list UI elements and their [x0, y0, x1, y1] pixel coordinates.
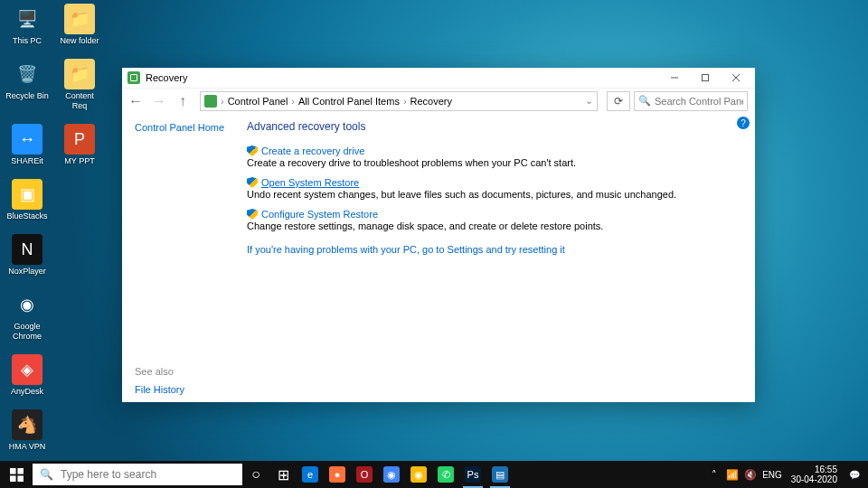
desktop-icon[interactable]: PMY PPT	[58, 124, 101, 166]
clock-date: 30-04-2020	[791, 474, 837, 484]
main-panel: ? Advanced recovery tools Create a recov…	[241, 113, 755, 402]
minimize-button[interactable]	[659, 69, 690, 87]
recovery-tool-link[interactable]: Open System Restore	[261, 177, 359, 188]
desktop-icon[interactable]: ▣BlueStacks	[5, 179, 49, 221]
taskbar: 🔍 Type here to search ○ ⊞ e●O◉◉✆Ps▤ ˄ 📶 …	[0, 461, 868, 488]
breadcrumb-item[interactable]: All Control Panel Items	[298, 96, 400, 107]
taskbar-app-whatsapp[interactable]: ✆	[432, 461, 459, 488]
desktop-icon[interactable]: 🗑️Recycle Bin	[5, 59, 49, 111]
desktop-icon[interactable]: 🐴HMA VPN	[5, 409, 49, 452]
search-icon: 🔍	[638, 95, 651, 107]
svg-rect-2	[17, 468, 24, 474]
taskbar-app-photoshop[interactable]: Ps	[459, 461, 486, 488]
desktop-icon[interactable]: 📁Content Req	[58, 59, 101, 111]
wifi-icon[interactable]: 📶	[726, 469, 739, 481]
reset-settings-link[interactable]: If you're having problems with your PC, …	[247, 244, 739, 255]
recovery-tool-desc: Undo recent system changes, but leave fi…	[247, 189, 739, 200]
breadcrumb-item[interactable]: Recovery	[410, 96, 452, 107]
taskbar-app-control-panel[interactable]: ▤	[486, 461, 514, 488]
breadcrumb[interactable]: › Control Panel › All Control Panel Item…	[200, 91, 598, 111]
desktop-icon[interactable]: NNoxPlayer	[5, 234, 49, 277]
desktop-icon[interactable]: ◈AnyDesk	[5, 354, 49, 397]
shield-icon	[247, 145, 258, 156]
navbar: ← → ↑ › Control Panel › All Control Pane…	[122, 88, 755, 113]
close-button[interactable]	[721, 69, 751, 87]
see-also-label: See also	[135, 366, 241, 377]
volume-icon[interactable]: 🔇	[744, 469, 757, 481]
taskbar-app-chrome[interactable]: ◉	[405, 461, 432, 488]
desktop-icon[interactable]: 📁New folder	[58, 4, 101, 46]
recovery-tool-link[interactable]: Create a recovery drive	[261, 145, 364, 156]
tray-chevron-icon[interactable]: ˄	[708, 469, 721, 481]
control-panel-icon	[204, 95, 217, 108]
desktop-icon[interactable]: ↔SHAREit	[5, 124, 49, 166]
taskbar-search-placeholder: Type here to search	[61, 468, 156, 481]
windows-icon	[10, 468, 24, 482]
sidebar: Control Panel Home See also File History	[122, 113, 241, 402]
nav-up-button[interactable]: ↑	[173, 91, 193, 111]
page-heading: Advanced recovery tools	[247, 120, 739, 133]
taskbar-app-firefox[interactable]: ●	[324, 461, 351, 488]
taskbar-app-edge[interactable]: e	[297, 461, 324, 488]
start-button[interactable]	[0, 461, 33, 488]
recovery-tool-desc: Change restore settings, manage disk spa…	[247, 221, 739, 231]
titlebar: Recovery	[122, 68, 755, 88]
svg-rect-1	[10, 468, 16, 474]
svg-rect-4	[17, 475, 24, 482]
notifications-button[interactable]: 💬	[846, 461, 863, 488]
file-history-link[interactable]: File History	[135, 384, 241, 395]
breadcrumb-item[interactable]: Control Panel	[228, 96, 288, 107]
desktop-icons: 🖥️This PC📁New folder🗑️Recycle Bin📁Conten…	[5, 4, 114, 452]
desktop-icon[interactable]: 🖥️This PC	[5, 4, 49, 46]
clock[interactable]: 16:55 30-04-2020	[791, 465, 837, 484]
search-input[interactable]	[655, 96, 743, 107]
taskbar-app-chromium[interactable]: ◉	[378, 461, 405, 488]
shield-icon	[247, 177, 258, 188]
system-tray: ˄ 📶 🔇 ENG 16:55 30-04-2020 💬	[708, 461, 863, 488]
desktop-icon[interactable]: ◉Google Chrome	[5, 289, 49, 342]
window-title: Recovery	[146, 72, 187, 83]
refresh-button[interactable]: ⟳	[607, 91, 630, 111]
task-view-button[interactable]: ⊞	[269, 461, 297, 488]
recovery-icon	[127, 71, 140, 84]
recovery-tool-desc: Create a recovery drive to troubleshoot …	[247, 157, 739, 168]
nav-forward-button[interactable]: →	[149, 91, 169, 111]
nav-back-button[interactable]: ←	[126, 91, 146, 111]
taskbar-app-opera[interactable]: O	[351, 461, 378, 488]
help-icon[interactable]: ?	[737, 117, 750, 129]
clock-time: 16:55	[815, 465, 837, 474]
svg-rect-0	[703, 75, 709, 81]
shield-icon	[247, 209, 258, 220]
language-indicator[interactable]: ENG	[762, 470, 782, 480]
search-icon: 🔍	[40, 468, 53, 481]
svg-rect-3	[10, 475, 16, 482]
cortana-button[interactable]: ○	[242, 461, 269, 488]
control-panel-window: Recovery ← → ↑ › Control Panel › All Con…	[122, 68, 755, 402]
search-box[interactable]: 🔍	[634, 91, 748, 111]
maximize-button[interactable]	[690, 69, 721, 87]
recovery-tool-link[interactable]: Configure System Restore	[261, 209, 378, 220]
control-panel-home-link[interactable]: Control Panel Home	[135, 122, 241, 133]
taskbar-search[interactable]: 🔍 Type here to search	[33, 464, 242, 485]
